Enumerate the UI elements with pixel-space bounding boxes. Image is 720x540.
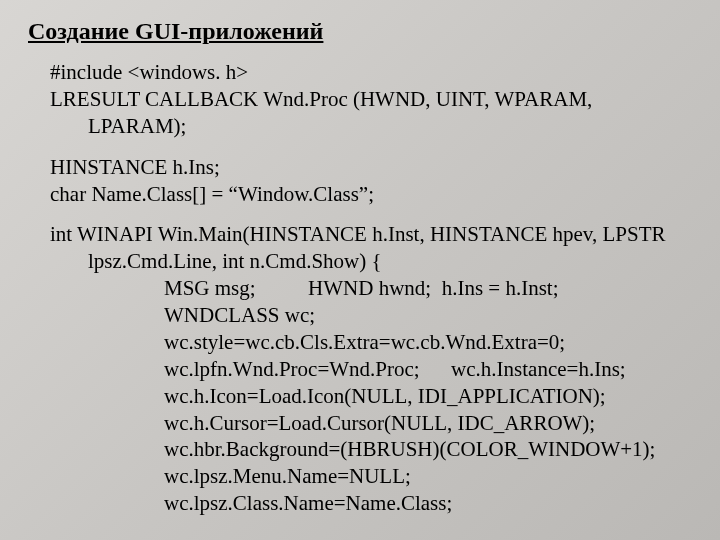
code-para-3: int WINAPI Win.Main(HINSTANCE h.Inst, HI… [50,221,692,517]
code-line: #include <windows. h> [50,59,692,86]
code-line: wc.h.Cursor=Load.Cursor(NULL, IDC_ARROW)… [126,410,692,437]
code-body: MSG msg; HWND hwnd; h.Ins = h.Inst; WNDC… [50,275,692,517]
code-line: wc.lpfn.Wnd.Proc=Wnd.Proc; wc.h.Instance… [126,356,692,383]
code-line: WNDCLASS wc; [126,302,692,329]
code-para-2: HINSTANCE h.Ins; char Name.Class[] = “Wi… [50,154,692,208]
code-line: wc.style=wc.cb.Cls.Extra=wc.cb.Wnd.Extra… [126,329,692,356]
code-line: wc.h.Icon=Load.Icon(NULL, IDI_APPLICATIO… [126,383,692,410]
code-line: wc.hbr.Background=(HBRUSH)(COLOR_WINDOW+… [126,436,692,463]
code-line: wc.lpsz.Class.Name=Name.Class; [126,490,692,517]
code-para-1: #include <windows. h> LRESULT CALLBACK W… [50,59,692,140]
code-line: LRESULT CALLBACK Wnd.Proc (HWND, UINT, W… [50,86,692,140]
code-line: MSG msg; HWND hwnd; h.Ins = h.Inst; [126,275,692,302]
code-line: wc.lpsz.Menu.Name=NULL; [126,463,692,490]
page-title: Создание GUI-приложений [28,18,692,45]
code-block: #include <windows. h> LRESULT CALLBACK W… [28,59,692,517]
code-line: int WINAPI Win.Main(HINSTANCE h.Inst, HI… [50,221,692,275]
code-line: HINSTANCE h.Ins; [50,154,692,181]
code-line: char Name.Class[] = “Window.Class”; [50,181,692,208]
